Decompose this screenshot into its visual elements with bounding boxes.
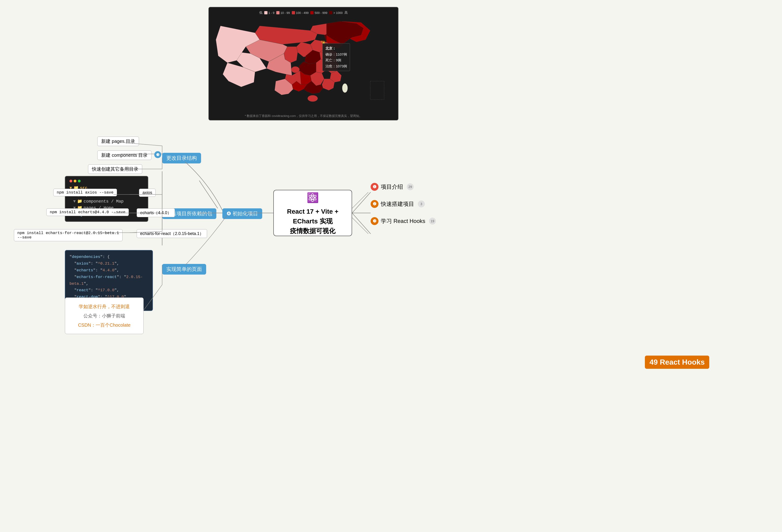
branch-item-1: ❶ 项目介绍 29 xyxy=(370,183,436,191)
tooltip-recovered: 治愈：1073例 xyxy=(325,63,347,69)
legend-500-999: 500 - 999 xyxy=(310,11,327,14)
right-branches: ❶ 项目介绍 29 ❷ 快速搭建项目 3 ❸ 学习 React Hooks 19 xyxy=(370,183,436,225)
step-circle-dir: ❸ xyxy=(154,151,161,158)
branch-badge-2: 3 xyxy=(418,200,425,207)
branch-circle-3: ❸ xyxy=(370,217,379,225)
json-line4: "echarts-for-react": "2.0.15-beta.1", xyxy=(70,274,148,287)
legend-1-9: 1 - 9 xyxy=(264,11,275,14)
map-tooltip: 北京： 确诊：1107例 死亡：9例 治愈：1073例 xyxy=(322,43,350,71)
terminal-header xyxy=(70,180,144,182)
legend-100-499: 100 - 499 xyxy=(292,11,309,14)
cmd-echarts: npm install echarts@4.4.0 --save xyxy=(46,208,129,216)
tooltip-confirmed: 确诊：1107例 xyxy=(325,51,347,58)
motto-box: 学如逆水行舟，不进则退 公众号：小狮子前端 CSDN：一百个Chocolate xyxy=(65,298,144,334)
branch-label-3: 学习 React Hooks xyxy=(381,217,425,225)
map-container: 低 1 - 9 10 - 99 100 - 499 500 - 999 > 10… xyxy=(209,7,398,120)
branch-circle-2: ❷ xyxy=(370,200,379,208)
tooltip-deaths: 死亡：9例 xyxy=(325,57,347,63)
map-note: * 数据来自丁香园和 covidtracking.com，仅供学习之用，不保证数… xyxy=(209,114,398,118)
legend-1000plus: > 1000 xyxy=(329,11,343,14)
branch-circle-1: ❶ xyxy=(370,183,379,191)
legend-high: 高 xyxy=(345,11,348,15)
branch-label-2: 快速搭建项目 xyxy=(381,200,414,208)
svg-line-6 xyxy=(352,192,370,213)
svg-line-8 xyxy=(352,213,370,234)
central-title: React 17 + Vite + ECharts 实现 疫情数据可视化 xyxy=(287,207,339,236)
svg-point-11 xyxy=(308,95,318,102)
branch-badge-1: 29 xyxy=(407,183,414,190)
pkg-echarts-react: echarts-for-react（2.0.15-beta.1） xyxy=(137,229,207,238)
tooltip-city: 北京： xyxy=(325,45,347,51)
legend-10-99: 10 - 99 xyxy=(276,11,290,14)
motto-line3: CSDN：一百个Chocolate xyxy=(71,320,138,330)
cmd-axios: npm install axios --save xyxy=(53,189,117,196)
dir-sub-2: 新建 components 目录 xyxy=(97,150,151,160)
svg-point-12 xyxy=(342,84,348,93)
simple-page-node: 实现简单的页面 xyxy=(162,264,206,274)
cmd-echarts-react: npm install echarts-for-react@2.0.15-bet… xyxy=(14,229,122,241)
svg-line-5 xyxy=(199,181,218,208)
legend-low: 低 xyxy=(259,11,262,15)
dir-sub-1: 新建 pages 目录 xyxy=(97,137,139,146)
json-line5: "react": "^17.0.0", xyxy=(70,287,148,294)
json-line1: "dependencies": { xyxy=(70,254,148,260)
motto-line2: 公众号：小狮子前端 xyxy=(71,311,138,320)
pkg-echarts: echarts（4.4.0） xyxy=(137,208,175,217)
branch-label-1: 项目介绍 xyxy=(381,183,403,191)
branch-item-3: ❸ 学习 React Hooks 19 xyxy=(370,217,436,225)
central-node: ⚛️ React 17 + Vite + ECharts 实现 疫情数据可视化 xyxy=(273,190,352,236)
svg-point-10 xyxy=(291,67,299,73)
pkg-axios: axios xyxy=(139,189,156,197)
json-line3: "echarts": "4.4.0", xyxy=(70,267,148,274)
motto-line1: 学如逆水行舟，不进则退 xyxy=(71,302,138,311)
terminal-components: ▼ 📁 components / Map xyxy=(73,198,144,205)
atom-icon: ⚛️ xyxy=(307,190,319,205)
map-legend: 低 1 - 9 10 - 99 100 - 499 500 - 999 > 10… xyxy=(259,11,348,15)
branch-item-2: ❷ 快速搭建项目 3 xyxy=(370,200,436,208)
json-line2: "axios": "^0.21.1", xyxy=(70,260,148,267)
china-map-svg: 北京 xyxy=(214,17,393,107)
svg-rect-13 xyxy=(370,81,384,100)
react-hooks-badge: 49 React Hooks xyxy=(645,355,709,369)
branch-badge-3: 19 xyxy=(429,218,436,225)
dir-sub-3: 快速创建其它备用目录 xyxy=(88,164,142,174)
dir-structure-node: 更改目录结构 xyxy=(162,153,201,163)
step4-node: ❹ 初始化项目 xyxy=(222,208,262,219)
